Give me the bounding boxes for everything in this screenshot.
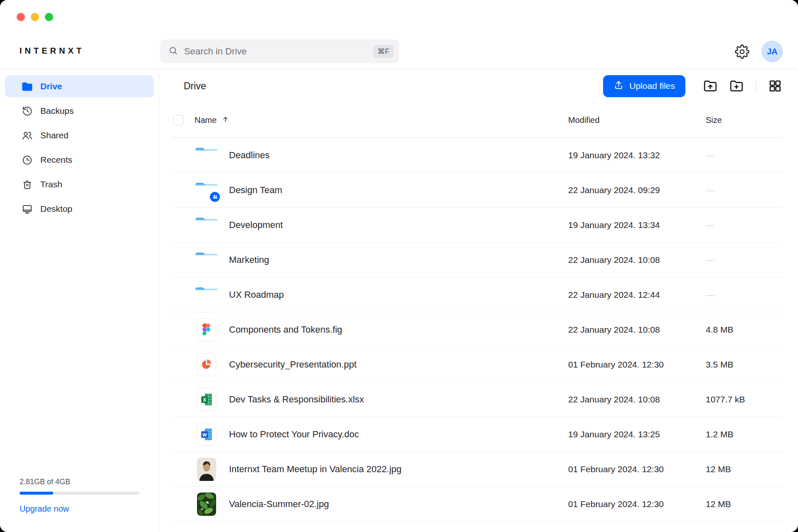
image-thumbnail bbox=[197, 458, 216, 481]
storage-progress-fill bbox=[20, 492, 53, 495]
settings-gear-icon[interactable] bbox=[734, 44, 750, 59]
xlsx-file-icon: X bbox=[197, 388, 216, 411]
file-modified: 01 February 2024. 12:30 bbox=[568, 360, 706, 370]
file-size: 12 MB bbox=[706, 464, 783, 474]
sidebar-item-trash[interactable]: Trash bbox=[5, 173, 154, 196]
close-window-button[interactable] bbox=[17, 13, 25, 21]
sidebar-item-recents[interactable]: Recents bbox=[5, 149, 154, 171]
file-icon: W bbox=[195, 423, 218, 446]
file-modified: 22 January 2024. 10:08 bbox=[568, 395, 706, 405]
file-name: Design Team bbox=[229, 185, 568, 196]
avatar[interactable]: JA bbox=[761, 41, 783, 62]
file-name: Development bbox=[229, 220, 568, 230]
table-row[interactable]: Cybersecurity_Presentation.ppt 01 Februa… bbox=[172, 347, 783, 382]
search-input[interactable] bbox=[184, 46, 373, 57]
file-size: 3.5 MB bbox=[706, 360, 783, 370]
recents-icon bbox=[22, 154, 33, 166]
column-header-size[interactable]: Size bbox=[706, 115, 783, 125]
grid-view-button[interactable] bbox=[767, 78, 783, 94]
storage-progress-bar bbox=[20, 492, 139, 495]
main-header: Drive Upload files bbox=[159, 69, 783, 103]
file-modified: 22 January 2024. 09:29 bbox=[568, 185, 706, 195]
minimize-window-button[interactable] bbox=[31, 13, 39, 21]
shared-icon bbox=[22, 130, 33, 141]
file-modified: 22 January 2024. 10:08 bbox=[568, 255, 706, 265]
table-row[interactable]: Marketing 22 January 2024. 10:08 — bbox=[172, 243, 783, 277]
file-modified: 22 January 2024. 12:44 bbox=[568, 290, 706, 300]
zoom-window-button[interactable] bbox=[45, 13, 53, 21]
file-modified: 19 January 2024. 13:32 bbox=[568, 150, 706, 160]
sidebar-item-label: Backups bbox=[40, 106, 74, 116]
upgrade-now-link[interactable]: Upgrade now bbox=[20, 504, 69, 514]
backups-icon bbox=[22, 105, 33, 117]
file-name: Deadlines bbox=[229, 150, 568, 161]
table-row[interactable]: Valencia-Summer-02.jpg 01 February 2024.… bbox=[172, 487, 783, 522]
table-row[interactable]: Development 19 January 2024. 13:34 — bbox=[172, 208, 783, 243]
file-modified: 01 February 2024. 12:30 bbox=[568, 499, 706, 509]
file-name: Internxt Team Meetup in Valencia 2022.jp… bbox=[229, 464, 568, 475]
table-row[interactable]: UX Roadmap 22 January 2024. 12:44 — bbox=[172, 277, 783, 312]
file-size: 1.2 MB bbox=[706, 429, 783, 439]
ppt-file-icon bbox=[197, 353, 216, 376]
sidebar-item-drive[interactable]: Drive bbox=[5, 75, 154, 98]
doc-file-icon: W bbox=[197, 423, 216, 446]
file-modified: 01 February 2024. 12:30 bbox=[568, 464, 706, 474]
file-name: Components and Tokens.fig bbox=[229, 324, 568, 335]
select-all-checkbox[interactable] bbox=[173, 115, 184, 125]
search-icon bbox=[168, 46, 178, 57]
file-icon bbox=[195, 179, 218, 202]
svg-text:X: X bbox=[203, 397, 207, 402]
file-size: — bbox=[706, 220, 783, 230]
sidebar-item-label: Drive bbox=[40, 81, 62, 91]
sidebar-item-shared[interactable]: Shared bbox=[5, 124, 154, 147]
search-shortcut-badge: ⌘F bbox=[373, 45, 394, 58]
column-header-name[interactable]: Name bbox=[195, 115, 568, 125]
upload-folder-button[interactable] bbox=[702, 78, 718, 94]
internxt-logo: INTERNXT bbox=[20, 46, 84, 56]
topbar-right: JA bbox=[734, 41, 783, 62]
file-size: — bbox=[706, 255, 783, 265]
table-row[interactable]: Internxt Team Meetup in Valencia 2022.jp… bbox=[172, 452, 783, 487]
table-row[interactable]: Components and Tokens.fig 22 January 202… bbox=[172, 312, 783, 347]
file-name: Valencia-Summer-02.jpg bbox=[229, 499, 568, 510]
storage-section: 2.81GB of 4GB Upgrade now bbox=[20, 478, 139, 514]
sidebar-item-label: Shared bbox=[40, 130, 69, 140]
shared-folder-badge bbox=[209, 191, 221, 203]
new-folder-button[interactable] bbox=[729, 78, 744, 94]
file-icon bbox=[195, 353, 218, 376]
file-icon: X bbox=[195, 388, 218, 411]
image-thumbnail bbox=[197, 493, 216, 516]
sort-ascending-icon bbox=[222, 115, 229, 125]
table-header-row: Name Modified Size bbox=[172, 103, 783, 138]
main-content: Drive Upload files bbox=[159, 69, 798, 532]
sidebar-item-backups[interactable]: Backups bbox=[5, 100, 154, 122]
sidebar-item-label: Trash bbox=[40, 179, 62, 189]
column-header-modified[interactable]: Modified bbox=[568, 115, 706, 125]
file-icon bbox=[195, 248, 218, 272]
file-icon bbox=[195, 318, 218, 341]
top-bar: INTERNXT ⌘F JA bbox=[0, 0, 798, 69]
file-icon bbox=[195, 493, 218, 516]
upload-icon bbox=[613, 80, 624, 92]
table-row[interactable]: W How to Protect Your Privacy.doc 19 Jan… bbox=[172, 417, 783, 452]
table-row[interactable]: Design Team 22 January 2024. 09:29 — bbox=[172, 173, 783, 208]
window-controls bbox=[17, 13, 53, 21]
desktop-icon bbox=[22, 203, 33, 215]
table-row[interactable]: Deadlines 19 January 2024. 13:32 — bbox=[172, 138, 783, 173]
file-size: — bbox=[706, 290, 783, 300]
table-body: Deadlines 19 January 2024. 13:32 — Desig… bbox=[172, 138, 783, 522]
upload-files-button[interactable]: Upload files bbox=[603, 75, 685, 97]
storage-usage-label: 2.81GB of 4GB bbox=[20, 478, 139, 486]
sidebar-nav: Drive Backups Shared Recents Trash Deskt… bbox=[5, 75, 154, 220]
file-size: — bbox=[706, 150, 783, 160]
file-size: 12 MB bbox=[706, 499, 783, 509]
file-icon bbox=[195, 144, 218, 167]
file-name: UX Roadmap bbox=[229, 289, 568, 300]
sidebar-item-desktop[interactable]: Desktop bbox=[5, 198, 154, 220]
sidebar: Drive Backups Shared Recents Trash Deskt… bbox=[0, 69, 159, 532]
svg-text:W: W bbox=[202, 432, 207, 437]
search-bar[interactable]: ⌘F bbox=[160, 39, 399, 63]
table-row[interactable]: X Dev Tasks & Responsibilities.xlsx 22 J… bbox=[172, 382, 783, 417]
fig-file-icon bbox=[197, 318, 216, 341]
sidebar-item-label: Desktop bbox=[40, 204, 72, 214]
